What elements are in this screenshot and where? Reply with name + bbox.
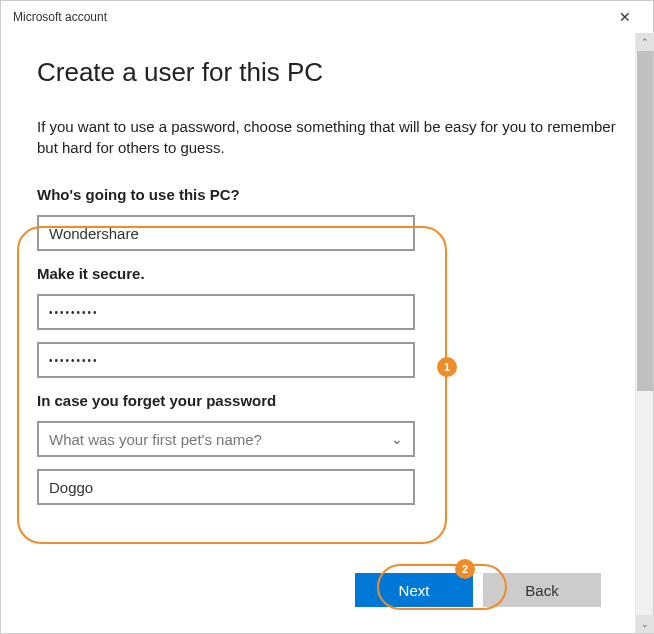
password-value: ••••••••• (49, 307, 99, 318)
password-confirm-input[interactable]: ••••••••• (37, 342, 415, 378)
dialog-window: Microsoft account ✕ Create a user for th… (0, 0, 654, 634)
security-question-placeholder: What was your first pet's name? (49, 431, 262, 448)
password-label: Make it secure. (37, 265, 625, 282)
chevron-up-icon: ⌃ (641, 37, 649, 47)
security-label: In case you forget your password (37, 392, 625, 409)
next-button[interactable]: Next (355, 573, 473, 607)
close-button[interactable]: ✕ (605, 3, 645, 31)
security-section: In case you forget your password What wa… (37, 392, 625, 505)
page-heading: Create a user for this PC (37, 57, 625, 88)
password-section: Make it secure. ••••••••• ••••••••• (37, 265, 625, 378)
password-input[interactable]: ••••••••• (37, 294, 415, 330)
password-confirm-value: ••••••••• (49, 355, 99, 366)
security-answer-value: Doggo (49, 479, 93, 496)
back-button[interactable]: Back (483, 573, 601, 607)
security-answer-input[interactable]: Doggo (37, 469, 415, 505)
username-value: Wondershare (49, 225, 139, 242)
chevron-down-icon: ⌄ (641, 619, 649, 629)
scrollbar[interactable]: ⌃ ⌄ (635, 33, 653, 633)
close-icon: ✕ (619, 9, 631, 25)
scroll-up-button[interactable]: ⌃ (636, 33, 654, 51)
chevron-down-icon: ⌄ (391, 431, 403, 447)
scroll-down-button[interactable]: ⌄ (636, 615, 654, 633)
window-title: Microsoft account (13, 10, 107, 24)
titlebar: Microsoft account ✕ (1, 1, 653, 33)
button-row: Next Back (355, 573, 601, 607)
username-label: Who's going to use this PC? (37, 186, 625, 203)
intro-text: If you want to use a password, choose so… (37, 116, 625, 158)
scroll-thumb[interactable] (637, 51, 653, 391)
content-area: Create a user for this PC If you want to… (1, 33, 635, 633)
username-input[interactable]: Wondershare (37, 215, 415, 251)
security-question-select[interactable]: What was your first pet's name? ⌄ (37, 421, 415, 457)
username-section: Who's going to use this PC? Wondershare (37, 186, 625, 251)
content-wrapper: Create a user for this PC If you want to… (1, 33, 653, 633)
